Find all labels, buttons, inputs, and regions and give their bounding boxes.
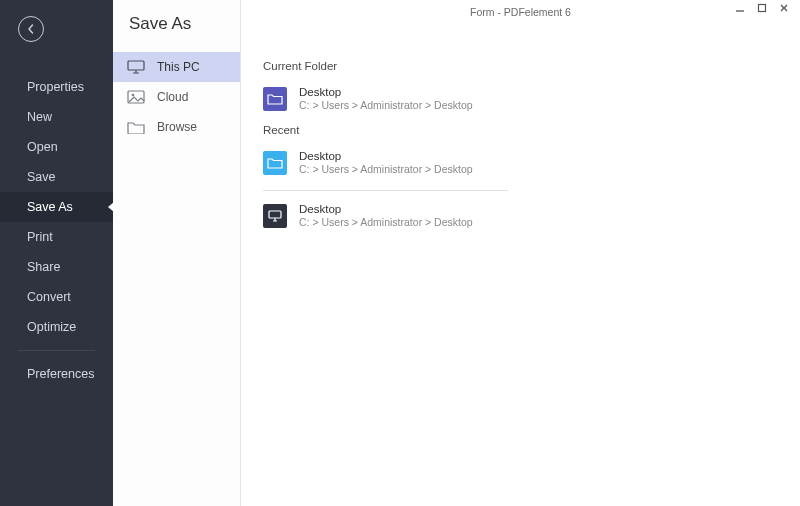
recent-item[interactable]: Desktop C: > Users > Administrator > Des… (263, 146, 800, 188)
maximize-icon (757, 3, 767, 13)
chevron-left-icon (26, 24, 36, 34)
nav-label: Print (27, 230, 53, 244)
nav-new[interactable]: New (0, 102, 113, 132)
nav-label: Convert (27, 290, 71, 304)
nav-properties[interactable]: Properties (0, 72, 113, 102)
nav-save-as[interactable]: Save As (0, 192, 113, 222)
monitor-icon (263, 204, 287, 228)
nav-share[interactable]: Share (0, 252, 113, 282)
folder-icon (127, 120, 145, 134)
svg-point-2 (132, 94, 135, 97)
maximize-button[interactable] (754, 2, 770, 16)
location-label: Browse (157, 120, 197, 134)
recent-heading: Recent (263, 124, 800, 136)
location-label: This PC (157, 60, 200, 74)
window-title: Form - PDFelement 6 (470, 6, 571, 18)
nav-separator (18, 350, 95, 351)
folder-icon (263, 87, 287, 111)
svg-rect-4 (269, 211, 281, 218)
window-controls (732, 2, 792, 16)
nav-label: Properties (27, 80, 84, 94)
location-cloud[interactable]: Cloud (113, 82, 240, 112)
back-button[interactable] (18, 16, 44, 42)
folder-name: Desktop (299, 149, 473, 163)
folder-name: Desktop (299, 202, 473, 216)
nav-open[interactable]: Open (0, 132, 113, 162)
nav-label: Save As (27, 200, 73, 214)
close-icon (779, 3, 789, 13)
svg-rect-0 (128, 61, 144, 70)
location-browse[interactable]: Browse (113, 112, 240, 142)
nav-label: Share (27, 260, 60, 274)
close-button[interactable] (776, 2, 792, 16)
locations-panel: Save As This PC Cloud Browse (113, 0, 241, 506)
current-folder-heading: Current Folder (263, 60, 800, 72)
nav-preferences[interactable]: Preferences (0, 359, 113, 389)
recent-item[interactable]: Desktop C: > Users > Administrator > Des… (263, 199, 800, 241)
current-folder-item[interactable]: Desktop C: > Users > Administrator > Des… (263, 82, 800, 124)
nav-label: Open (27, 140, 58, 154)
location-label: Cloud (157, 90, 188, 104)
folder-icon (263, 151, 287, 175)
nav-label: Optimize (27, 320, 76, 334)
nav-save[interactable]: Save (0, 162, 113, 192)
folder-name: Desktop (299, 85, 473, 99)
nav-label: New (27, 110, 52, 124)
file-menu-sidebar: Properties New Open Save Save As Print S… (0, 0, 113, 506)
nav-label: Save (27, 170, 56, 184)
main-panel: Form - PDFelement 6 Current Folder (241, 0, 800, 506)
nav-print[interactable]: Print (0, 222, 113, 252)
nav-optimize[interactable]: Optimize (0, 312, 113, 342)
minimize-icon (735, 3, 745, 13)
minimize-button[interactable] (732, 2, 748, 16)
nav-convert[interactable]: Convert (0, 282, 113, 312)
monitor-icon (127, 60, 145, 74)
page-title: Save As (113, 14, 240, 52)
folder-path: C: > Users > Administrator > Desktop (299, 216, 473, 229)
folder-path: C: > Users > Administrator > Desktop (299, 99, 473, 112)
svg-rect-3 (759, 5, 766, 12)
folder-path: C: > Users > Administrator > Desktop (299, 163, 473, 176)
nav-label: Preferences (27, 367, 94, 381)
title-bar: Form - PDFelement 6 (241, 0, 800, 24)
list-separator (263, 190, 508, 191)
image-icon (127, 90, 145, 104)
location-this-pc[interactable]: This PC (113, 52, 240, 82)
